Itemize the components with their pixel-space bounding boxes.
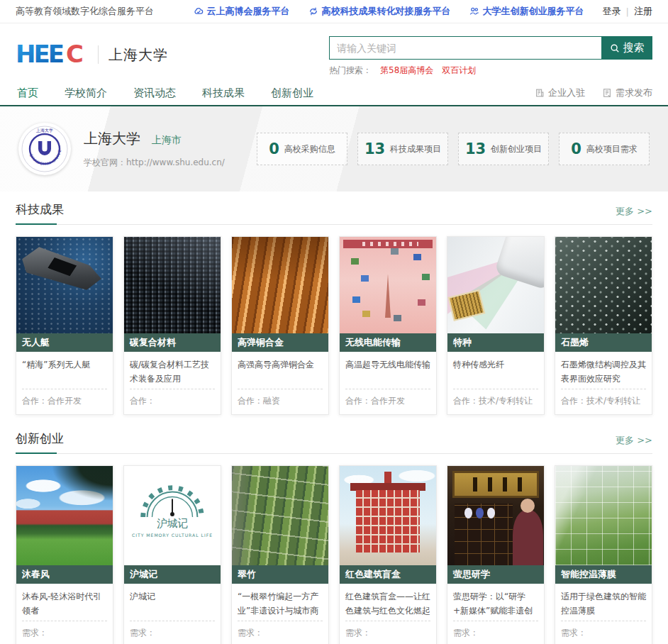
brand-divider: [98, 45, 99, 64]
search-area: 搜索 热门搜索： 第58届高博会 双百计划: [329, 36, 652, 77]
tech-more-link[interactable]: 更多 >>: [616, 205, 652, 224]
hucity-logo-cn: 沪城记: [157, 517, 188, 529]
tech-card-carbon-composite[interactable]: 碳复合材料 碳/碳复合材料工艺技术装备及应用 合作：: [123, 236, 221, 415]
card-desc: 高温超导无线电能传输: [340, 352, 436, 389]
card-desc: 沪城记: [124, 584, 221, 621]
card-title: 萤思研学: [447, 565, 544, 584]
innov-card-yingsi-study[interactable]: 萤思研学 萤思研学：以“研学+新媒体”赋能非遗创新传播 需求：: [447, 465, 545, 644]
card-desc: 沐春风-轻沐浴时代引领者: [16, 584, 113, 621]
website-label: 学校官网：: [84, 157, 126, 167]
campus-image: [16, 466, 113, 565]
search-input[interactable]: [329, 36, 601, 60]
tech-section-title: 科技成果: [16, 201, 64, 224]
tech-card-wireless-power[interactable]: 无线电能传输 高温超导无线电能传输 合作：合作开发: [339, 236, 437, 415]
coop-label: 合作：: [130, 396, 155, 406]
auth-divider: |: [626, 6, 629, 17]
search-button-label: 搜索: [623, 41, 645, 55]
need-label: 需求：: [345, 628, 371, 638]
innov-card-smart-film[interactable]: 智能控温薄膜 适用于绿色建筑的智能控温薄膜 需求：: [555, 465, 652, 644]
card-need: 需求：: [22, 621, 107, 644]
card-coop: 合作：: [130, 389, 215, 414]
login-link[interactable]: 登录: [603, 5, 621, 18]
website-link[interactable]: http://www.shu.edu.cn/: [126, 157, 225, 167]
hot-search-link-expo[interactable]: 第58届高博会: [380, 65, 433, 77]
innovation-more-link[interactable]: 更多 >>: [616, 434, 652, 453]
nav-item-innovation[interactable]: 创新创业: [269, 82, 315, 105]
wireless-power-image: [340, 237, 436, 333]
stat-tech-projects[interactable]: 13 科技成果项目: [357, 133, 448, 165]
innov-card-bamboo[interactable]: 翠竹 “一根翠竹编起一方产业”非遗设计与城市商业助力乡村振兴 需求：: [231, 465, 329, 644]
nav-item-tech[interactable]: 科技成果: [201, 82, 246, 105]
card-title: 无人艇: [16, 333, 113, 352]
card-title: 高弹铜合金: [232, 333, 328, 352]
header: HEE C 上海大学 搜索 热门搜索： 第58届高博会 双百计划: [0, 23, 668, 81]
university-city: 上海市: [152, 134, 182, 147]
register-link[interactable]: 注册: [634, 5, 652, 18]
card-need: 需求：: [453, 621, 538, 644]
hucity-logo-en: CITY MEMORY CULTURAL LIFE: [132, 533, 213, 538]
students-icon: [469, 6, 479, 16]
tech-card-unmanned-boat[interactable]: 无人艇 “精海”系列无人艇 合作：合作开发: [16, 236, 113, 415]
card-coop: 合作：技术/专利转让: [561, 389, 646, 414]
tech-card-copper-alloy[interactable]: 高弹铜合金 高强高导高弹铜合金 合作：融资: [231, 236, 329, 415]
cloud-expo-icon: [194, 6, 204, 16]
stat-value: 13: [465, 140, 486, 157]
enterprise-join-label: 企业入驻: [548, 87, 585, 99]
card-title: 沐春风: [16, 565, 113, 584]
card-desc: 碳/碳复合材料工艺技术装备及应用: [124, 352, 221, 389]
innov-card-red-building[interactable]: 红色建筑盲盒 红色建筑盲盒——让红色建筑与红色文化燃起来 需求：: [339, 465, 437, 644]
graphene-image: [555, 237, 652, 333]
topbar-link-label: 高校科技成果转化对接服务平台: [322, 5, 451, 18]
search-button[interactable]: 搜索: [601, 36, 652, 60]
card-need: 需求：: [345, 621, 430, 644]
university-banner: SHANGHAI UNIVERSITY 上海大学 上海大学 上海市 学校官网：h…: [0, 106, 668, 191]
demand-publish-button[interactable]: 需求发布: [602, 87, 652, 99]
nav-item-news[interactable]: 资讯动态: [132, 82, 177, 105]
card-title: 特种: [447, 333, 544, 352]
enterprise-join-button[interactable]: 企业入驻: [535, 87, 585, 99]
hot-search-link-plan[interactable]: 双百计划: [442, 65, 476, 77]
stat-innov-projects[interactable]: 13 创新创业项目: [458, 133, 549, 165]
red-building-image: [340, 466, 436, 565]
coop-label: 合作：: [22, 396, 48, 406]
need-label: 需求：: [238, 628, 263, 638]
card-desc: 特种传感光纤: [447, 352, 544, 389]
topbar-link-cloud-expo[interactable]: 云上高博会服务平台: [194, 5, 290, 18]
hucity-logo-image: 沪城记 CITY MEMORY CULTURAL LIFE: [124, 466, 221, 565]
stat-demands[interactable]: 0 高校项目需求: [559, 133, 650, 165]
coop-label: 合作：: [345, 396, 371, 406]
innovation-cards: 沐春风 沐春风-轻沐浴时代引领者 需求： 沪城记 CITY MEMORY CUL…: [16, 465, 652, 644]
card-title: 石墨烯: [555, 333, 652, 352]
topbar-link-transfer[interactable]: 高校科技成果转化对接服务平台: [308, 5, 451, 18]
innov-card-huchengji[interactable]: 沪城记 CITY MEMORY CULTURAL LIFE 沪城记 沪城记 需求…: [123, 465, 221, 644]
tech-card-graphene[interactable]: 石墨烯 石墨烯微结构调控及其表界面效应研究 合作：技术/专利转让: [555, 236, 652, 415]
university-name: 上海大学: [84, 129, 140, 148]
search-icon: [610, 43, 620, 53]
card-desc: “一根翠竹编起一方产业”非遗设计与城市商业助力乡村振兴: [232, 584, 328, 621]
stats: 0 高校采购信息 13 科技成果项目 13 创新创业项目 0 高校项目需求: [257, 133, 650, 165]
stat-procurement[interactable]: 0 高校采购信息: [257, 133, 347, 165]
card-desc: 红色建筑盲盒——让红色建筑与红色文化燃起来: [340, 584, 436, 621]
stat-label: 高校项目需求: [586, 143, 638, 155]
university-logo: SHANGHAI UNIVERSITY 上海大学: [18, 123, 71, 175]
nav-items: 首页 学校简介 资讯动态 科技成果 创新创业: [16, 82, 315, 105]
need-label: 需求：: [130, 628, 155, 638]
topbar: 高等教育领域数字化综合服务平台 云上高博会服务平台 高校科技成果转化对接服务平台…: [0, 0, 668, 23]
card-need: 需求：: [238, 621, 323, 644]
university-info: 上海大学 上海市 学校官网：http://www.shu.edu.cn/: [84, 129, 225, 169]
stat-value: 0: [269, 140, 279, 157]
topbar-link-label: 大学生创新创业服务平台: [483, 5, 584, 18]
stat-label: 高校采购信息: [284, 143, 335, 155]
stat-value: 13: [364, 140, 385, 157]
stat-label: 创新创业项目: [491, 143, 542, 155]
tech-card-special-fiber[interactable]: 特种 特种传感光纤 合作：技术/专利转让: [447, 236, 545, 415]
transfer-icon: [308, 6, 318, 16]
innov-card-muchunfeng[interactable]: 沐春风 沐春风-轻沐浴时代引领者 需求：: [16, 465, 113, 644]
nav-item-home[interactable]: 首页: [16, 82, 40, 105]
nav-item-school-intro[interactable]: 学校简介: [63, 82, 108, 105]
coop-label: 合作：: [453, 396, 479, 406]
main-nav: 首页 学校简介 资讯动态 科技成果 创新创业 企业入驻 需求发布: [0, 81, 668, 106]
topbar-link-students[interactable]: 大学生创新创业服务平台: [469, 5, 584, 18]
coop-label: 合作：: [238, 396, 263, 406]
tech-cards: 无人艇 “精海”系列无人艇 合作：合作开发 碳复合材料 碳/碳复合材料工艺技术装…: [16, 236, 652, 415]
